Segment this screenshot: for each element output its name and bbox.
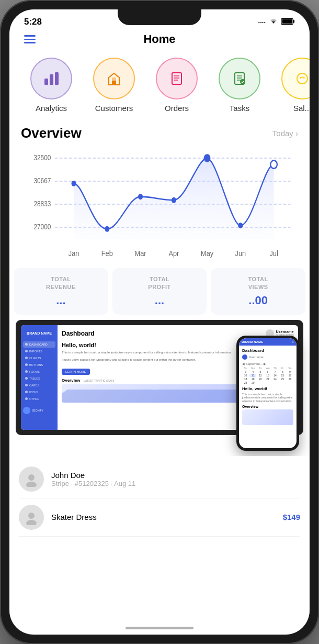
svg-point-35 — [105, 226, 109, 232]
list-price-1: $149 — [283, 513, 300, 521]
phone-overlay-menu: ≡ — [292, 340, 294, 343]
status-icons: ···· — [258, 18, 295, 27]
category-item-sales[interactable]: Sal... — [271, 58, 310, 113]
battery-icon — [281, 18, 295, 27]
svg-point-15 — [240, 79, 245, 84]
phone-overlay-month: ◀ Septembe... ▶ — [242, 362, 293, 365]
list-avatar-1 — [19, 505, 44, 530]
list-avatar-0 — [19, 467, 44, 492]
revenue-value: ... — [20, 294, 102, 307]
svg-point-36 — [138, 194, 143, 199]
svg-text:27000: 27000 — [33, 223, 51, 231]
svg-point-42 — [26, 482, 37, 487]
svg-rect-6 — [112, 81, 116, 85]
phone-overlay-brand: BRAND NAME — [242, 340, 263, 343]
wifi-icon — [269, 18, 278, 27]
svg-rect-1 — [293, 20, 294, 23]
phone-overlay-avatar — [242, 354, 247, 360]
overview-filter[interactable]: Today › — [272, 129, 298, 138]
svg-point-38 — [204, 154, 211, 162]
home-indicator — [126, 627, 193, 629]
phone-overlay-chart — [242, 409, 293, 425]
category-item-analytics[interactable]: Analytics — [20, 58, 83, 113]
phone-overlay: BRAND NAME ≡ Dashboard Username ◀ Septem… — [236, 336, 299, 451]
phone-overlay-header: Dashboard — [242, 348, 293, 353]
stat-card-revenue: TOTALREVENUE ... — [14, 268, 108, 315]
overview-chart: 32500 30667 28833 27000 Jan Feb Mar Apr … — [21, 147, 298, 262]
sales-icon-circle — [281, 58, 310, 99]
profit-value: ... — [119, 294, 201, 307]
svg-text:May: May — [201, 249, 214, 258]
svg-rect-2 — [282, 19, 292, 23]
filter-label: Today — [272, 129, 293, 138]
stats-row: TOTALREVENUE ... TOTALPROFIT ... TOTALVI… — [9, 262, 310, 315]
dash-sidebar-other: OTHER — [23, 396, 55, 402]
svg-rect-3 — [44, 79, 48, 85]
svg-point-16 — [297, 73, 307, 84]
list-item-0[interactable]: John Doe Stripe · #51202325 · Aug 11 — [19, 460, 300, 498]
dash-sidebar-forms: FORMS — [23, 369, 55, 375]
phone-overlay-username: Username — [249, 356, 264, 359]
svg-point-44 — [26, 520, 37, 525]
dash-sidebar: BRAND NAME DASHBOARD IMPORTS CHARTS BUTT… — [21, 325, 58, 430]
dash-left-panel: Hello, world! This is a simple hero unit… — [62, 342, 243, 403]
customers-icon-circle — [93, 58, 135, 99]
phone-overlay-overview: Overview — [242, 405, 293, 408]
dashboard-overlay: BRAND NAME DASHBOARD IMPORTS CHARTS BUTT… — [9, 320, 310, 456]
transaction-list: John Doe Stripe · #51202325 · Aug 11 Ska… — [9, 456, 310, 537]
overview-section: Overview Today › 32500 30667 2883 — [9, 118, 310, 262]
svg-point-39 — [238, 223, 243, 228]
dash-sidebar-icons: ICONS — [23, 389, 55, 395]
overview-header: Overview Today › — [21, 125, 298, 141]
svg-point-37 — [172, 197, 176, 203]
hamburger-menu[interactable] — [24, 35, 36, 43]
analytics-label: Analytics — [36, 104, 67, 113]
category-item-orders[interactable]: Orders — [145, 58, 208, 113]
dash-username: Username — [276, 330, 294, 334]
dash-sidebar-dashboard: DASHBOARD — [23, 341, 55, 348]
svg-text:30667: 30667 — [33, 176, 51, 185]
svg-text:Apr: Apr — [168, 249, 179, 258]
sales-label: Sal... — [293, 104, 310, 113]
stat-card-profit: TOTALPROFIT ... — [112, 268, 207, 315]
revenue-label: TOTALREVENUE — [20, 275, 102, 292]
svg-text:32500: 32500 — [33, 153, 51, 162]
list-sub-0: Stripe · #51202325 · Aug 11 — [51, 480, 300, 487]
svg-point-40 — [270, 160, 277, 168]
svg-point-17 — [300, 77, 302, 79]
svg-point-34 — [72, 181, 76, 186]
phone-overlay-screen: BRAND NAME ≡ Dashboard Username ◀ Septem… — [239, 338, 297, 448]
category-item-tasks[interactable]: Tasks — [208, 58, 271, 113]
list-name-1: Skater Dress — [51, 513, 276, 521]
tasks-icon-circle — [219, 58, 260, 99]
header-title: Home — [143, 32, 175, 46]
customers-label: Customers — [95, 104, 133, 113]
category-item-customers[interactable]: Customers — [83, 58, 145, 113]
dash-sidebar-tables: TABLES — [23, 375, 55, 382]
svg-text:Jul: Jul — [269, 249, 278, 258]
phone-overlay-calendar: Su Mo Tu We Th Fr Sa 3 4 5 6 7 8 9 — [242, 367, 293, 384]
category-row: Analytics Customers — [9, 52, 310, 118]
notch — [118, 9, 201, 25]
stat-card-views: TOTALVIEWS ..00 — [211, 268, 305, 315]
svg-point-43 — [28, 513, 35, 519]
dash-learn-more[interactable]: LEARN MORE — [62, 369, 90, 375]
views-label: TOTALVIEWS — [217, 275, 299, 292]
views-value: ..00 — [217, 294, 299, 307]
list-item-1[interactable]: Skater Dress $149 — [19, 498, 300, 537]
dash-mini-chart — [62, 384, 243, 403]
svg-point-18 — [303, 77, 305, 79]
list-name-0: John Doe — [51, 471, 300, 480]
signal-icon: ···· — [258, 18, 266, 26]
dash-description2: It uses utility classes for typography a… — [62, 358, 243, 362]
dash-sidebar-cards: CARDS — [23, 382, 55, 388]
list-info-1: Skater Dress — [51, 513, 276, 521]
orders-label: Orders — [165, 104, 189, 113]
dash-sidebar-buttons: BUTTONS — [23, 362, 55, 368]
tasks-label: Tasks — [230, 104, 249, 113]
svg-text:Jun: Jun — [235, 249, 246, 258]
overview-title: Overview — [21, 125, 82, 141]
svg-text:Feb: Feb — [101, 249, 113, 258]
dash-sidebar-charts: CHARTS — [23, 355, 55, 361]
dash-description: This is a simple hero unit, a simple jum… — [62, 350, 243, 354]
